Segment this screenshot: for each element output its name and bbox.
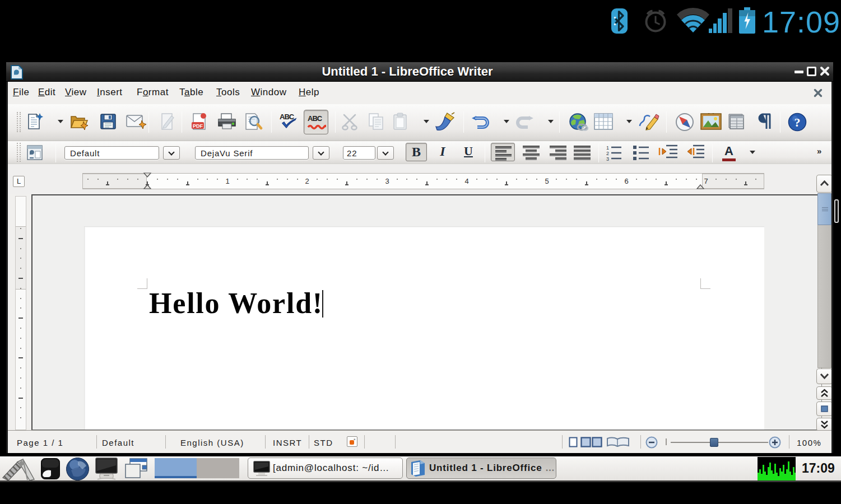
svg-text:ABC: ABC: [280, 113, 295, 121]
svg-text:PDF: PDF: [193, 123, 203, 129]
svg-text:?: ?: [794, 115, 801, 129]
svg-text:3: 3: [606, 156, 609, 161]
svg-text:1: 1: [606, 145, 609, 151]
svg-text:2: 2: [606, 151, 609, 156]
svg-text:ABC: ABC: [308, 114, 323, 123]
